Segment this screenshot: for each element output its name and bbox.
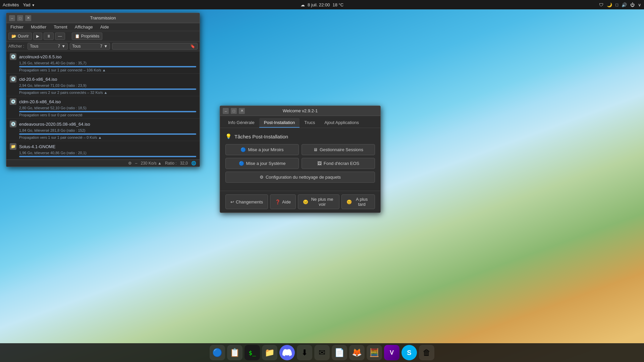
- taskbar-icon-filemanager[interactable]: 📁: [262, 345, 277, 360]
- tab-trucs[interactable]: Trucs: [300, 118, 320, 128]
- btn-aide[interactable]: ❓ Aide: [270, 194, 296, 209]
- menu-torrent[interactable]: Torrent: [52, 24, 68, 30]
- taskbar-icon-calculator[interactable]: 🧮: [367, 345, 382, 360]
- torrent-name-4: Solus-4.1-GNOME: [19, 144, 55, 149]
- minimize-button[interactable]: –: [9, 15, 15, 21]
- systeme-icon: 🔵: [239, 161, 244, 166]
- topbar-left: Activités Yad ▼: [3, 2, 35, 7]
- btn-mise-a-jour-systeme[interactable]: 🔵 Mise a jour Système: [225, 158, 299, 169]
- weather: 18 °C: [332, 2, 343, 7]
- filter-bar: Afficher : Tous 7 ▼ Tous 7 ▼ 🔖: [6, 42, 200, 51]
- maximize-button[interactable]: □: [17, 15, 23, 21]
- play-button[interactable]: ▶: [33, 33, 42, 40]
- changements-label: Changements: [236, 199, 263, 204]
- torrent-info-4: 1,96 Go, téleverse 40,86 Go (ratio : 20,…: [19, 151, 196, 155]
- status-bar: ⚙ – 230 Ko/s ▲ Ratio : 32,0 🌐: [6, 160, 200, 167]
- status-gear-icon[interactable]: ⚙: [128, 161, 132, 166]
- torrent-name-2: cldm-20.6-x86_64.iso: [19, 99, 61, 104]
- transmission-title: Transmission: [31, 15, 175, 20]
- nettoyage-icon: ⚙: [260, 175, 264, 180]
- section-title: 💡 Tâches Post-Installation: [225, 133, 375, 139]
- torrent-name-1: cld-20.6-x86_64.iso: [19, 77, 57, 82]
- torrent-item-2[interactable]: 💿 cldm-20.6-x86_64.iso 2,80 Go, télevers…: [6, 96, 200, 119]
- ne-plus-icon: 😐: [303, 199, 308, 204]
- welcome-close-button[interactable]: ✕: [239, 108, 245, 114]
- menu-modifier[interactable]: Modifier: [30, 24, 48, 30]
- ratio-value: 32,0: [180, 161, 188, 166]
- window-icon[interactable]: □: [615, 2, 618, 7]
- btn-a-plus-tard[interactable]: 😊 A plus tard: [341, 194, 375, 209]
- taskbar-icon-browser[interactable]: 🔵: [210, 345, 225, 360]
- filter-select-2[interactable]: Tous 7 ▼: [70, 43, 110, 50]
- taskbar-icon-vala[interactable]: V: [384, 345, 399, 360]
- filter2-arrow: ▼: [104, 44, 108, 49]
- open-button[interactable]: 📂 Ouvrir: [8, 33, 32, 40]
- taskbar-icon-discord[interactable]: [279, 345, 295, 360]
- menu-aide[interactable]: Aide: [99, 24, 110, 30]
- upload-speed: 230 Ko/s ▲: [141, 161, 162, 166]
- menu-fichier[interactable]: Fichier: [9, 24, 25, 30]
- close-button[interactable]: ✕: [25, 15, 31, 21]
- welcome-content: 💡 Tâches Post-Installation 🔵 Mise a jour…: [220, 128, 380, 191]
- chevron-down-icon[interactable]: ∨: [638, 2, 641, 7]
- btn-mise-a-jour-miroirs[interactable]: 🔵 Mise a jour Miroirs: [225, 144, 299, 155]
- activities-label[interactable]: Activités: [3, 2, 19, 7]
- btn-ne-plus-me-voir[interactable]: 😐 Ne plus me voir: [298, 194, 339, 209]
- torrent-item-4[interactable]: 📁 Solus-4.1-GNOME 1,96 Go, téleverse 40,…: [6, 141, 200, 160]
- torrent-info-0: 1,26 Go, téleversé 45,40 Go (ratio : 35,…: [19, 61, 196, 65]
- tab-post-installation[interactable]: Post-Installation: [259, 118, 300, 128]
- taskbar-icon-terminal[interactable]: $_: [245, 345, 260, 360]
- status-separator: –: [135, 161, 138, 166]
- remove-button[interactable]: —: [55, 33, 65, 40]
- progress-bar-outer-0: [19, 66, 196, 67]
- tab-info-generale[interactable]: Info Générale: [223, 118, 259, 128]
- topbar-right: 🛡 🌙 □ 🔊 ⏻ ∨: [599, 2, 641, 7]
- volume-icon[interactable]: 🔊: [622, 2, 627, 7]
- taskbar-icon-trash[interactable]: 🗑: [419, 345, 434, 360]
- torrent-item-1[interactable]: 💿 cld-20.6-x86_64.iso 2,94 Go, téleversé…: [6, 74, 200, 96]
- progress-bar-outer-1: [19, 88, 196, 90]
- btn-gestionnaire-sessions[interactable]: 🖥 Gestionnaire Sessions: [302, 144, 375, 155]
- a-plus-tard-label: A plus tard: [354, 197, 370, 207]
- app-name[interactable]: Yad ▼: [23, 2, 35, 7]
- progress-bar-0: [19, 66, 196, 67]
- taskbar-icon-skype[interactable]: S: [401, 345, 417, 360]
- welcome-maximize-button[interactable]: □: [231, 108, 237, 114]
- moon-icon[interactable]: 🌙: [607, 2, 612, 7]
- filter-select-1[interactable]: Tous 7 ▼: [28, 43, 68, 50]
- shield-icon[interactable]: 🛡: [599, 2, 603, 7]
- nettoyage-label: Configuration du nettoyage de paquets: [266, 175, 341, 180]
- network-icon: 🌐: [191, 161, 196, 166]
- transmission-window: – □ ✕ Transmission Fichier Modifier Torr…: [6, 13, 200, 167]
- torrent-item-3[interactable]: 💿 endeavouros-2020.05.08-x86_64.iso 1,84…: [6, 119, 200, 141]
- a-plus-tard-icon: 😊: [346, 199, 352, 204]
- taskbar-icon-email[interactable]: ✉: [314, 345, 330, 360]
- torrent-status-0: Propagation vers 1 sur 1 pair connecté –…: [19, 68, 196, 72]
- taskbar-icon-download[interactable]: ⬇: [297, 345, 312, 360]
- pause-button[interactable]: ⏸: [44, 33, 54, 40]
- search-box[interactable]: 🔖: [112, 43, 198, 50]
- btn-changements[interactable]: ↩ Changements: [225, 194, 268, 209]
- welcome-controls: – □ ✕: [223, 108, 245, 114]
- welcome-minimize-button[interactable]: –: [223, 108, 229, 114]
- menu-affichage[interactable]: Affichage: [73, 24, 94, 30]
- power-icon[interactable]: ⏻: [630, 2, 635, 7]
- btn-fond-ecran-eos[interactable]: 🖼 Fond d'écran EOS: [302, 158, 375, 169]
- toolbar: 📂 Ouvrir ▶ ⏸ — 📋 Propriétés: [6, 31, 200, 42]
- torrent-icon-0: 💿: [10, 53, 16, 60]
- miroirs-label: Mise a jour Miroirs: [248, 147, 283, 152]
- torrent-icon-2: 💿: [10, 98, 16, 105]
- progress-bar-outer-2: [19, 111, 196, 112]
- btn-configuration-nettoyage[interactable]: ⚙ Configuration du nettoyage de paquets: [225, 172, 375, 183]
- torrent-list: 💿 arcolinuxd-v20.6.5.iso 1,26 Go, téleve…: [6, 51, 200, 160]
- folder-icon: 📂: [11, 34, 16, 39]
- tab-ajout-applications[interactable]: Ajout Applications: [320, 118, 364, 128]
- taskbar-icon-firefox[interactable]: 🦊: [349, 345, 365, 360]
- taskbar-icon-files[interactable]: 📋: [227, 345, 243, 360]
- progress-bar-1: [19, 88, 196, 90]
- welcome-buttons-grid: 🔵 Mise a jour Miroirs 🖥 Gestionnaire Ses…: [225, 144, 375, 169]
- taskbar-icon-writer[interactable]: 📄: [332, 345, 347, 360]
- torrent-item-0[interactable]: 💿 arcolinuxd-v20.6.5.iso 1,26 Go, téleve…: [6, 51, 200, 74]
- systeme-label: Mise a jour Système: [246, 161, 286, 166]
- properties-button[interactable]: 📋 Propriétés: [72, 33, 103, 40]
